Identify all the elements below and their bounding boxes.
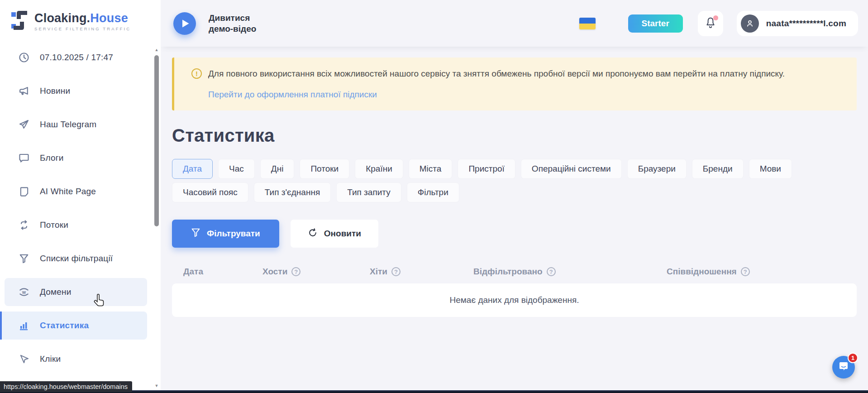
refresh-button[interactable]: Оновити [291,220,378,248]
empty-state-card: Немає даних для відображення. [172,283,857,317]
tab-cities[interactable]: Міста [409,159,453,179]
avatar [741,14,759,33]
tab-days[interactable]: Дні [260,159,295,179]
stats-filter-tabs: Дата Час Дні Потоки Країни Міста Пристро… [172,159,837,202]
chat-widget-button[interactable]: 1 [832,356,855,379]
play-icon[interactable] [173,12,196,35]
column-ratio: Співвідношення [667,267,737,277]
topbar: Дивитися демо-відео Starter naata*******… [161,0,868,47]
sidebar-item-news[interactable]: Новини [5,77,147,105]
language-flag-ukraine[interactable] [579,18,596,29]
demo-video-label[interactable]: Дивитися демо-відео [209,13,272,34]
help-icon[interactable]: ? [291,267,300,276]
help-icon[interactable]: ? [391,267,401,276]
sidebar-item-label: Списки фільтрації [40,254,113,264]
tab-filters[interactable]: Фільтри [407,182,459,202]
sidebar-item-label: Новини [40,86,70,96]
sidebar-item-label: 07.10.2025 / 17:47 [40,53,113,62]
user-email: naata**********l.com [766,19,846,29]
warning-icon: ! [191,68,202,79]
chat-icon [837,360,850,374]
tab-request-type[interactable]: Тип запиту [336,182,401,202]
tab-countries[interactable]: Країни [355,159,403,179]
column-date: Дата [183,267,203,277]
cursor-icon [18,353,30,365]
chat-bubble-icon [18,152,30,164]
sidebar-item-telegram[interactable]: Наш Telegram [5,110,147,139]
link-status-bar: https://cloaking.house/webmaster/domains [0,381,132,392]
sidebar-item-ai-white-page[interactable]: AI White Page [5,177,147,206]
sidebar: Cloaking.House SERVICE FILTERING TRAFFIC… [0,0,161,393]
scrollbar-down-arrow[interactable]: ▼ [154,383,159,388]
bar-chart-icon [18,320,30,331]
funnel-icon [191,228,200,240]
page-icon [18,186,30,197]
help-icon[interactable]: ? [741,267,750,276]
brand-tagline: SERVICE FILTERING TRAFFIC [34,26,131,31]
brand-logo-icon [11,9,30,34]
notifications-button[interactable] [698,11,723,36]
sidebar-item-label: Домени [40,287,72,297]
sidebar-item-datetime[interactable]: 07.10.2025 / 17:47 [5,43,147,72]
tab-browsers[interactable]: Браузери [627,159,687,179]
banner-text: Для повного використання всіх можливосте… [208,68,785,80]
trial-warning-banner: ! Для повного використання всіх можливос… [172,58,857,110]
sidebar-item-domains[interactable]: w Домени [5,278,147,306]
sidebar-item-statistics[interactable]: Статистика [0,312,147,340]
empty-state-text: Немає даних для відображення. [450,295,579,305]
sidebar-item-label: Потоки [40,220,68,230]
tab-languages[interactable]: Мови [749,159,792,179]
sidebar-item-label: Кліки [40,354,61,364]
tab-time[interactable]: Час [218,159,255,179]
help-icon[interactable]: ? [547,267,556,276]
funnel-icon [18,253,30,264]
column-hosts: Хости [262,267,287,277]
sidebar-item-filter-lists[interactable]: Списки фільтрації [5,244,147,273]
sidebar-item-streams[interactable]: Потоки [5,211,147,239]
column-hits: Хіти [370,267,387,277]
megaphone-icon [18,85,30,97]
svg-text:w: w [22,290,26,295]
plan-starter-button[interactable]: Starter [628,14,683,33]
scrollbar-thumb[interactable] [154,55,159,226]
domain-globe-icon: w [18,286,30,298]
paper-plane-icon [18,119,30,130]
brand-name: Cloaking.House [34,11,131,25]
page-title: Статистика [172,125,857,146]
main-content: ! Для повного використання всіх можливос… [172,47,857,317]
chat-unread-badge: 1 [848,353,858,363]
sidebar-nav: 07.10.2025 / 17:47 Новини Наш Telegram Б… [0,43,161,373]
tab-timezone[interactable]: Часовий пояс [172,182,248,202]
tab-brands[interactable]: Бренди [692,159,744,179]
notification-dot [713,15,718,20]
scrollbar-up-arrow[interactable]: ▲ [154,47,159,53]
stats-table-header: Дата Хости? Хіти? Відфільтровано? Співві… [172,267,857,277]
filter-button[interactable]: Фільтрувати [172,220,279,248]
sidebar-item-label: Наш Telegram [40,120,96,129]
user-account-button[interactable]: naata**********l.com [737,11,858,36]
sidebar-item-clicks[interactable]: Кліки [5,345,147,373]
sidebar-item-blogs[interactable]: Блоги [5,144,147,172]
refresh-icon [308,228,318,240]
sidebar-scrollbar[interactable]: ▲ ▼ [154,47,159,388]
sidebar-item-label: AI White Page [40,187,96,196]
clock-icon [18,52,30,63]
tab-connection-type[interactable]: Тип з'єднання [254,182,331,202]
subscription-link[interactable]: Перейти до оформлення платної підписки [208,90,377,100]
tab-operating-systems[interactable]: Операційні системи [521,159,622,179]
tab-data[interactable]: Дата [172,159,213,179]
sidebar-item-label: Блоги [40,153,64,163]
sidebar-item-label: Статистика [40,321,89,331]
column-filtered: Відфільтровано [473,267,543,277]
tab-streams[interactable]: Потоки [300,159,349,179]
demo-video-button[interactable]: Дивитися демо-відео [173,12,272,35]
brand-logo[interactable]: Cloaking.House SERVICE FILTERING TRAFFIC [0,0,161,34]
tab-devices[interactable]: Пристрої [458,159,515,179]
cycle-icon [18,219,30,231]
